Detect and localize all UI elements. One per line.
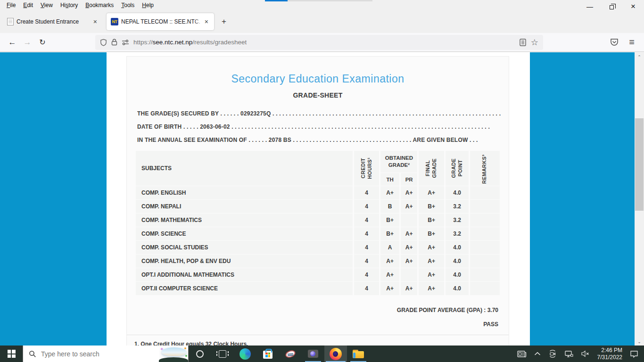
subject-cell: COMP. SOCIAL STUDIES bbox=[136, 241, 353, 254]
capture-tray-button[interactable] bbox=[545, 346, 561, 362]
search-input[interactable] bbox=[41, 350, 159, 358]
restore-button[interactable] bbox=[601, 0, 622, 13]
final-grade-cell: A+ bbox=[419, 268, 444, 281]
menu-item[interactable]: Edit bbox=[19, 1, 37, 9]
candidate-info: THE GRADE(S) SECURED BY . . . . . . 0292… bbox=[134, 107, 501, 147]
navigation-toolbar: ← → ↻ https://see.ntc.net.np/results/gra… bbox=[0, 33, 644, 52]
url-bar[interactable]: https://see.ntc.net.np/results/gradeshee… bbox=[95, 35, 543, 50]
file-explorer-button[interactable] bbox=[347, 346, 370, 362]
credit-hours-cell: 4 bbox=[354, 186, 380, 199]
forward-button[interactable]: → bbox=[20, 35, 35, 50]
grade-point-cell: 4.0 bbox=[446, 241, 469, 254]
firefox-icon bbox=[330, 348, 342, 360]
subject-cell: OPT.I ADDITIONAL MATHEMATICS bbox=[136, 268, 353, 281]
shield-icon[interactable] bbox=[100, 39, 107, 46]
tab-bar: Create Student Entrance × NT NEPAL TELEC… bbox=[0, 10, 644, 33]
clock-date: 7/31/2022 bbox=[597, 354, 622, 361]
edge-button[interactable] bbox=[234, 346, 256, 362]
tab-title-fade bbox=[193, 13, 204, 30]
volume-tray-button[interactable] bbox=[577, 346, 594, 362]
tab-close-icon[interactable]: × bbox=[203, 18, 210, 25]
theory-grade-cell: B bbox=[380, 200, 399, 213]
snipping-tool-button[interactable] bbox=[279, 346, 302, 362]
examination-year-line: IN THE ANNUAL SEE EXAMINATION OF . . . .… bbox=[137, 133, 501, 147]
tab-title: Create Student Entrance bbox=[17, 18, 89, 25]
camera-app-button[interactable] bbox=[302, 346, 324, 362]
menu-item[interactable]: View bbox=[37, 1, 57, 9]
task-view-icon bbox=[219, 350, 226, 358]
credit-hours-cell: 4 bbox=[354, 268, 380, 281]
theory-grade-cell: A bbox=[380, 241, 399, 254]
permissions-icon[interactable] bbox=[122, 39, 129, 46]
menu-item[interactable]: Help bbox=[138, 1, 157, 9]
menu-item[interactable]: Tools bbox=[117, 1, 138, 9]
practical-grade-cell: A+ bbox=[401, 186, 418, 199]
store-button[interactable] bbox=[256, 346, 279, 362]
credit-hours-cell: 4 bbox=[354, 255, 380, 268]
credit-hours-cell: 4 bbox=[354, 241, 380, 254]
final-grade-cell: A+ bbox=[419, 255, 444, 268]
news-widget-button[interactable] bbox=[513, 346, 530, 362]
lock-icon[interactable] bbox=[111, 39, 117, 46]
taskbar-clock[interactable]: 2:46 PM 7/31/2022 bbox=[594, 347, 626, 361]
network-tray-button[interactable] bbox=[561, 346, 577, 362]
reload-button[interactable]: ↻ bbox=[35, 35, 50, 50]
practical-grade-cell: A+ bbox=[401, 227, 418, 240]
remarks-cell bbox=[470, 282, 500, 295]
start-button[interactable] bbox=[0, 346, 23, 362]
new-tab-button[interactable]: + bbox=[217, 15, 231, 29]
search-icon bbox=[29, 350, 36, 358]
close-button[interactable]: × bbox=[622, 0, 644, 13]
menu-item[interactable]: Bookmarks bbox=[82, 1, 117, 9]
menu-item[interactable]: History bbox=[57, 1, 82, 9]
grade-point-cell: 4.0 bbox=[446, 255, 469, 268]
tab-close-icon[interactable]: × bbox=[92, 18, 99, 25]
scroll-up-icon[interactable]: ⌃ bbox=[635, 53, 644, 61]
app-menu-icon[interactable]: ≡ bbox=[629, 37, 635, 48]
grade-row: COMP. SOCIAL STUDIES 4 A A+ A+ 4.0 bbox=[136, 241, 500, 254]
taskbar-search[interactable]: ✦ bbox=[23, 346, 189, 362]
reader-mode-icon[interactable] bbox=[520, 39, 526, 46]
cortana-icon bbox=[196, 350, 204, 358]
windows-logo-icon bbox=[8, 350, 16, 358]
theory-grade-cell: A+ bbox=[380, 268, 399, 281]
back-button[interactable]: ← bbox=[5, 35, 20, 50]
subject-cell: COMP. ENGLISH bbox=[136, 186, 353, 199]
grade-point-cell: 3.2 bbox=[446, 200, 469, 213]
firefox-button[interactable] bbox=[324, 346, 347, 362]
tab-create-student-entrance[interactable]: Create Student Entrance × bbox=[3, 13, 103, 30]
grade-point-cell: 4.0 bbox=[446, 282, 469, 295]
task-view-button[interactable] bbox=[211, 346, 234, 362]
hidden-icons-button[interactable] bbox=[530, 346, 545, 362]
col-header-th: TH bbox=[380, 173, 399, 186]
credit-hours-cell: 4 bbox=[354, 214, 380, 227]
theory-grade-cell: B+ bbox=[380, 214, 399, 227]
vertical-scrollbar[interactable]: ⌃ ⌄ bbox=[635, 52, 644, 346]
page-favicon-icon bbox=[7, 18, 14, 25]
url-text[interactable]: https://see.ntc.net.np/results/gradeshee… bbox=[133, 39, 247, 46]
grade-row: OPT.I ADDITIONAL MATHEMATICS 4 A+ A+ 4.0 bbox=[136, 268, 500, 281]
menu-bar: File Edit View History Bookmarks Tools H… bbox=[0, 0, 644, 10]
edge-icon bbox=[239, 348, 251, 360]
practical-grade-cell: A+ bbox=[401, 200, 418, 213]
gradesheet-subtitle: GRADE-SHEET bbox=[134, 91, 501, 99]
tab-nepal-telecom[interactable]: NT NEPAL TELECOM :: SEE.NTC.NET × bbox=[107, 13, 214, 30]
gradesheet-card: Secondary Education Examination GRADE-SH… bbox=[126, 56, 509, 346]
pocket-icon[interactable] bbox=[610, 38, 619, 46]
grade-row: COMP. ENGLISH 4 A+ A+ A+ 4.0 bbox=[136, 186, 500, 199]
action-center-button[interactable] bbox=[626, 346, 644, 362]
windows-taskbar: ✦ 2:46 PM 7/31/ bbox=[0, 346, 644, 362]
date-of-birth-line: DATE OF BIRTH . . . . . 2063-06-02 . . .… bbox=[137, 120, 501, 133]
bookmark-star-icon[interactable]: ☆ bbox=[531, 37, 538, 48]
minimize-button[interactable]: — bbox=[579, 0, 601, 13]
grade-row: OPT.II COMPUTER SCIENCE 4 A+ A+ A+ 4.0 bbox=[136, 282, 500, 295]
cortana-button[interactable] bbox=[189, 346, 211, 362]
scroll-down-icon[interactable]: ⌄ bbox=[635, 338, 644, 346]
menu-item[interactable]: File bbox=[3, 1, 19, 9]
scrollbar-thumb[interactable] bbox=[635, 118, 644, 211]
search-highlight-image[interactable]: ✦ bbox=[159, 346, 188, 362]
col-header-grade-point: GRADE POINT bbox=[446, 151, 469, 186]
grade-point-cell: 3.2 bbox=[446, 214, 469, 227]
chevron-up-icon bbox=[534, 352, 541, 356]
col-header-final-grade: FINAL GRADE bbox=[419, 151, 444, 186]
